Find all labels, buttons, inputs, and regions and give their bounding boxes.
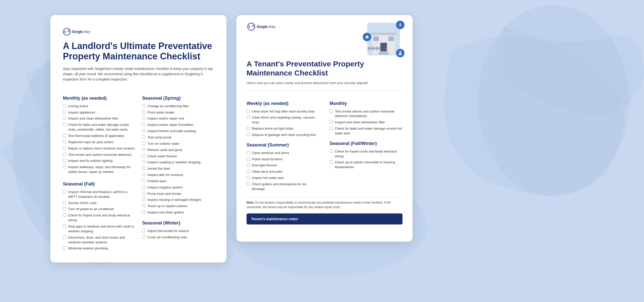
home-icon[interactable] xyxy=(363,33,371,41)
checkbox[interactable] xyxy=(63,123,66,126)
checkbox[interactable] xyxy=(247,163,250,167)
svg-point-5 xyxy=(68,30,69,32)
note-label: Note: xyxy=(247,201,255,204)
item-text: Clean windows and doors xyxy=(252,151,289,156)
checkbox[interactable] xyxy=(247,182,250,185)
list-item: Replace burnt-out light bulbs xyxy=(247,126,319,131)
checkbox[interactable] xyxy=(63,201,66,204)
checkbox[interactable] xyxy=(63,110,66,114)
checkbox[interactable] xyxy=(142,110,145,114)
checkbox[interactable] xyxy=(330,127,333,130)
list-item: Inspect and clean gutters xyxy=(142,210,214,215)
item-text: Repair or replace storm windows and scre… xyxy=(68,146,135,151)
list-item: Check for frayed cords and faulty electr… xyxy=(330,149,403,159)
checkbox[interactable] xyxy=(330,149,333,153)
checkbox[interactable] xyxy=(63,207,66,210)
checkbox[interactable] xyxy=(63,146,66,150)
person-icon[interactable] xyxy=(396,49,405,57)
svg-rect-28 xyxy=(371,47,372,50)
item-text: Replenish traps for pest control xyxy=(68,140,113,145)
right-document: S Single Key xyxy=(236,15,413,242)
checkbox[interactable] xyxy=(330,120,333,124)
checkbox[interactable] xyxy=(247,157,250,161)
checkbox[interactable] xyxy=(142,235,145,239)
checkbox[interactable] xyxy=(63,165,66,168)
checkbox[interactable] xyxy=(142,167,145,170)
item-text: Fertilize lawn xyxy=(147,179,167,184)
tenant-note: Note: It's the tenant's responsibility t… xyxy=(247,197,403,209)
weekly-header: Weekly (as needed) xyxy=(247,101,319,106)
list-item: Inspect irrigation system xyxy=(142,185,214,190)
seasonal-fall-header: Seasonal (Fall) xyxy=(63,181,135,187)
checkbox[interactable] xyxy=(142,129,145,132)
right-logo: S Single Key xyxy=(247,23,279,32)
list-item: Check for leaks and water damage around … xyxy=(330,126,403,136)
checkbox[interactable] xyxy=(63,224,66,228)
item-text: Cover air-conditioning units xyxy=(147,235,187,240)
tenant-notes-bar[interactable]: Tenant's maintenance notes xyxy=(247,213,403,224)
svg-text:S: S xyxy=(64,30,66,33)
item-text: Test sump pump xyxy=(147,135,171,140)
checkbox[interactable] xyxy=(142,210,145,214)
checkbox[interactable] xyxy=(142,160,145,164)
checkbox[interactable] xyxy=(63,213,66,217)
list-item: Clean windows and doors xyxy=(247,151,319,156)
item-text: Dispose of garbage and clean recycling b… xyxy=(252,133,316,137)
list-item: Seal gaps in windows and doors with caul… xyxy=(63,224,135,234)
list-item: Repair or replace storm windows and scre… xyxy=(63,146,135,151)
item-text: Inspect irrigation system xyxy=(147,185,183,190)
checkbox[interactable] xyxy=(142,117,145,120)
item-text: Unclog drains xyxy=(68,104,88,109)
checkbox[interactable] xyxy=(142,104,145,107)
checkbox[interactable] xyxy=(247,133,250,136)
checkbox[interactable] xyxy=(63,236,66,239)
checkbox[interactable] xyxy=(247,109,250,113)
item-text: Check for leaks and water damage (under … xyxy=(68,123,135,132)
checkbox[interactable] xyxy=(142,135,145,139)
list-item: Polish wood furniture xyxy=(247,157,319,162)
item-text: Test thermostat batteries (if applicable… xyxy=(68,134,124,138)
note-text: It's the tenant's responsibility to comm… xyxy=(247,201,391,209)
checkbox[interactable] xyxy=(247,116,250,119)
checkbox[interactable] xyxy=(142,192,145,195)
checkbox[interactable] xyxy=(142,204,145,207)
list-item: Cover air-conditioning units xyxy=(142,235,214,240)
checkbox[interactable] xyxy=(63,153,66,156)
list-item: Prune trees and shrubs xyxy=(142,192,214,196)
checkbox[interactable] xyxy=(63,134,66,137)
item-text: Check for frayed cords and faulty electr… xyxy=(68,213,135,223)
checkbox[interactable] xyxy=(142,148,145,151)
item-text: Inspect walkways, steps, and driveways f… xyxy=(68,165,135,174)
right-content-cols: Weekly (as needed) Clean dryer lint trap… xyxy=(247,95,403,193)
checkbox[interactable] xyxy=(247,176,250,179)
checkbox[interactable] xyxy=(247,151,250,154)
checkbox[interactable] xyxy=(330,109,333,113)
checkbox[interactable] xyxy=(142,173,145,176)
upload-icon[interactable] xyxy=(396,21,405,29)
checkbox[interactable] xyxy=(142,179,145,182)
checkbox[interactable] xyxy=(63,246,66,250)
checkbox[interactable] xyxy=(63,190,66,193)
checkbox[interactable] xyxy=(63,104,66,107)
checkbox[interactable] xyxy=(247,170,250,173)
house-image xyxy=(367,23,400,55)
checkbox[interactable] xyxy=(142,185,145,189)
list-item: Inspect and/or repair roof xyxy=(142,116,214,121)
item-text: Test smoke and carbon monoxide detectors xyxy=(68,153,131,157)
checkbox[interactable] xyxy=(330,160,333,164)
list-item: Check water fixtures xyxy=(142,154,214,159)
checkbox[interactable] xyxy=(142,123,145,126)
checkbox[interactable] xyxy=(142,154,145,158)
svg-point-21 xyxy=(385,48,386,49)
list-item: Service HVAC units xyxy=(63,201,135,206)
checkbox[interactable] xyxy=(247,127,250,130)
checkbox[interactable] xyxy=(63,117,66,120)
checkbox[interactable] xyxy=(142,142,145,145)
svg-text:S: S xyxy=(248,25,250,28)
checkbox[interactable] xyxy=(142,198,145,201)
checkbox[interactable] xyxy=(63,140,66,143)
checkbox[interactable] xyxy=(142,229,145,232)
item-text: Inspect and fix outdoor lighting xyxy=(68,159,112,163)
item-text: Inspect hot water tank xyxy=(252,176,284,180)
checkbox[interactable] xyxy=(63,159,66,162)
